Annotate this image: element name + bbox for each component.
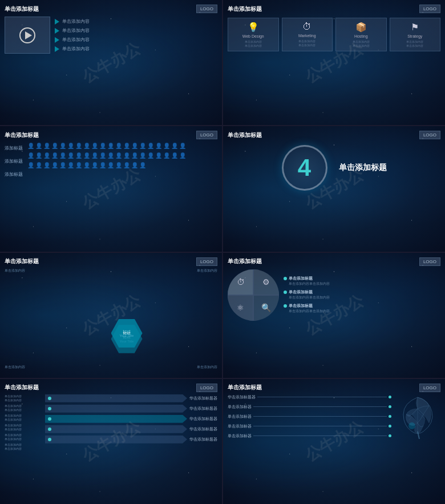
slide-2-logo: LOGO [419,5,440,13]
slide-8-logo: LOGO [419,384,440,392]
label-line-5 [253,436,387,436]
person-icon: 👤 [91,152,98,159]
person-icon: 👤 [43,152,50,159]
bullet-dot-2: 单击添加标题 [284,289,440,295]
slide-4-content: 4 单击添加标题 [228,145,440,191]
label-main-3: 单击添加标器 [228,414,252,420]
label-line-3 [253,416,387,417]
play-icon [25,31,32,39]
slide-4-logo: LOGO [419,131,440,139]
corner-label-bl: 单击添加内容 [5,365,25,370]
person-icon: 👤 [67,143,74,149]
arrow-label-1: 华击添加标题器 [189,396,217,401]
person-icon: 👤 [83,162,90,168]
slide-1-content: 单击添加内容 单击添加内容 单击添加内容 单击添加内容 [5,17,217,54]
label-2: 添加标题 [5,158,23,164]
bullet-sub-1: 单击添加内容单击添加内容 [284,282,440,287]
corner-label-br: 单击添加内容 [197,365,217,370]
person-icon: 👤 [179,152,186,159]
person-icon: 👤 [171,152,178,159]
person-icon: 👤 [59,143,66,149]
people-row-2: 👤 👤 👤 👤 👤 👤 👤 👤 👤 👤 👤 👤 👤 👤 👤 👤 👤 👤 👤 [27,152,217,159]
slide-1-logo: LOGO [196,5,217,13]
slide-5-title: 单击添加标题 [5,257,39,265]
arrow-item-4: 华击添加标题器 [45,425,217,433]
person-icon: 👤 [179,143,186,149]
svg-point-4 [408,422,415,429]
person-icon: 👤 [147,152,154,159]
hosting-icon: 📦 [355,22,367,33]
person-icon: 👤 [43,162,50,168]
arrow-dot-1 [48,397,51,400]
person-icon: 👤 [123,162,130,168]
bullet-item-3: 单击添加内容 [55,37,217,43]
slide-4-title: 单击添加标题 [228,131,262,139]
corner-label-tr: 单击添加内容 [197,268,217,273]
label-row-5: 单击添加标器 [228,433,391,439]
bullet-main-3: 单击添加标题 [289,303,313,309]
label-line-4 [253,426,387,426]
label-row-4: 单击添加标器 [228,424,391,429]
person-icon: 👤 [99,162,106,168]
quad-top-right: ⚙ [253,269,279,295]
person-icon: 👤 [35,162,42,168]
quad-circle: ⏱ ⚙ ⚛ 🔍 [228,269,279,321]
web-design-icon: 💡 [248,22,259,33]
slide-8-title: 单击添加标题 [228,384,262,392]
bullet-item-2: 单击添加内容 [55,27,217,34]
slide-3-header: 单击添加标题 LOGO [5,131,217,139]
number-subtitle: 单击添加标题 [339,163,387,173]
label-line-1 [257,397,387,397]
person-icon: 👤 [163,143,170,149]
person-icon: 👤 [163,152,170,159]
label-dot-1 [389,396,391,398]
slide-3: 单击添加标题 LOGO 添加标题 添加标题 添加标题 👤 👤 👤 👤 👤 👤 👤… [0,126,222,251]
bullet-arrow-icon-3 [55,37,59,43]
hex-diagram-container: 单击添加内容 单击添加内容 text Your Title text Your … [5,268,217,370]
person-icon: 👤 [35,143,42,149]
icon-card-strategy: ⚑ Strategy 单击添加内容单击添加内容 [390,18,441,51]
person-icon: 👤 [91,143,98,149]
strategy-label: Strategy [407,34,422,38]
slide-1: 单击添加标题 LOGO 单击添加内容 单击添加内容 单击添加内容 单击 [0,0,222,125]
person-icon: 👤 [155,152,162,159]
slide-2-content: 💡 Web Design 单击添加内容单击添加内容 ⏱ Marketing 单击… [228,18,440,51]
text-column: 单击添加内容单击添加内容 单击添加内容单击添加内容 单击添加内容单击添加内容 单… [5,394,42,451]
label-line-2 [253,406,387,407]
leaf-area [395,394,440,440]
label-dot-3 [389,415,391,418]
text-item-4: 单击添加内容单击添加内容 [5,424,42,432]
person-icon: 👤 [67,152,74,159]
text-item-3: 单击添加内容单击添加内容 [5,414,42,422]
people-row-1: 👤 👤 👤 👤 👤 👤 👤 👤 👤 👤 👤 👤 👤 👤 👤 👤 👤 👤 👤 [27,143,217,149]
person-icon: 👤 [75,152,82,159]
dot-1 [284,277,287,280]
hex-label-3: text [123,330,131,336]
text-item-5: 单击添加内容单击添加内容 [5,433,42,441]
person-icon: 👤 [131,143,138,149]
arrow-label-5: 华击添加标题器 [189,437,217,442]
arrow-list: 华击添加标题器 华击添加标题器 华击添加标题器 华击添加标题器 [45,394,217,451]
quad-top-left: ⏱ [228,269,253,295]
label-main-2: 单击添加标器 [228,404,252,410]
person-icon: 👤 [171,143,178,149]
atom-icon: ⚛ [237,303,244,312]
arrow-shape-5 [45,436,187,443]
bullet-text-3: 单击添加内容 [62,37,90,43]
slide-3-content: 添加标题 添加标题 添加标题 👤 👤 👤 👤 👤 👤 👤 👤 👤 👤 👤 👤 👤… [5,143,217,178]
arrow-item-5: 华击添加标题器 [45,436,217,443]
label-dot-4 [389,425,391,428]
slide-6-header: 单击添加标题 LOGO [228,257,440,266]
labels-column: 添加标题 添加标题 添加标题 [5,143,23,178]
person-icon: 👤 [43,143,50,149]
person-icon: 👤 [115,162,122,168]
arrow-shape-4 [45,425,187,433]
slide-6-logo: LOGO [419,257,440,266]
play-button[interactable] [19,27,35,43]
bullet-sub-2: 单击添加内容单击添加内容 [284,296,440,300]
person-icon: 👤 [59,162,66,168]
person-icon: 👤 [75,143,82,149]
marketing-icon: ⏱ [302,22,312,32]
label-main-4: 单击添加标器 [228,424,252,429]
slide-6-content: ⏱ ⚙ ⚛ 🔍 单击添加标题 单击添加内容单击添加内容 [228,269,440,321]
